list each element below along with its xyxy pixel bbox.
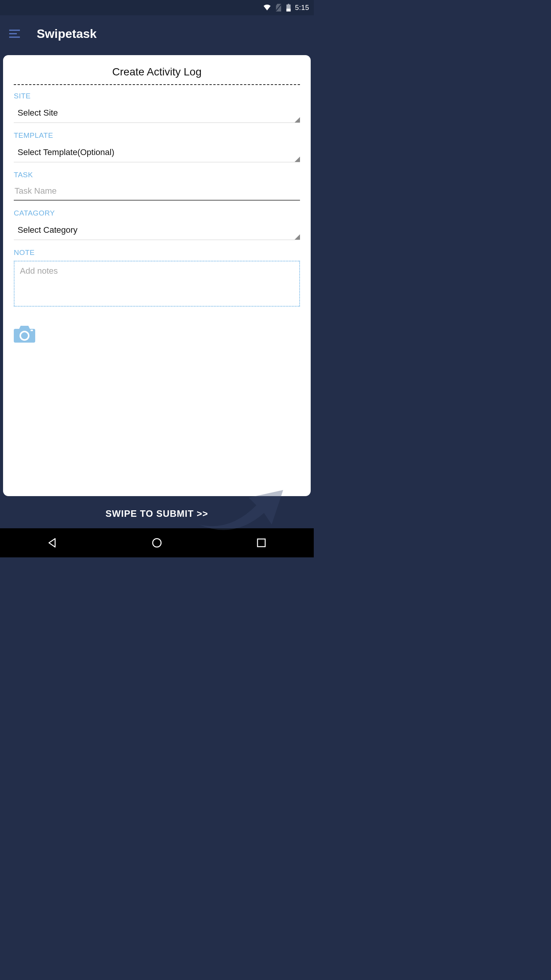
template-select-value: Select Template(Optional) [18, 147, 114, 157]
menu-icon[interactable] [9, 29, 21, 38]
form-card: Create Activity Log SITE Select Site TEM… [3, 55, 311, 496]
site-select-value: Select Site [18, 108, 58, 118]
category-field: CATAGORY Select Category [14, 209, 300, 240]
dropdown-icon [295, 234, 300, 240]
task-input[interactable] [14, 183, 300, 201]
recent-icon[interactable] [256, 537, 267, 549]
wifi-icon [263, 3, 271, 12]
home-icon[interactable] [151, 537, 163, 549]
site-label: SITE [14, 92, 300, 100]
status-bar: 5:15 [0, 0, 314, 15]
template-field: TEMPLATE Select Template(Optional) [14, 131, 300, 162]
task-label: TASK [14, 171, 300, 179]
svg-rect-8 [31, 330, 33, 331]
category-label: CATAGORY [14, 209, 300, 217]
back-icon[interactable] [47, 537, 58, 549]
svg-rect-10 [258, 539, 265, 547]
note-input[interactable] [14, 261, 300, 307]
task-field: TASK [14, 171, 300, 201]
card-title: Create Activity Log [14, 66, 300, 85]
note-label: NOTE [14, 248, 300, 257]
battery-icon [286, 4, 291, 11]
category-select[interactable]: Select Category [14, 221, 300, 240]
status-time: 5:15 [295, 4, 309, 12]
svg-point-9 [153, 539, 161, 547]
camera-icon[interactable] [14, 324, 35, 343]
svg-point-7 [20, 332, 29, 340]
app-header: Swipetask [0, 15, 314, 52]
note-field: NOTE [14, 248, 300, 308]
android-nav-bar [0, 528, 314, 557]
category-select-value: Select Category [18, 225, 78, 235]
swipe-submit-label: SWIPE TO SUBMIT >> [106, 508, 208, 519]
dropdown-icon [295, 157, 300, 162]
template-select[interactable]: Select Template(Optional) [14, 144, 300, 162]
dropdown-icon [295, 117, 300, 122]
swipe-submit[interactable]: SWIPE TO SUBMIT >> [0, 499, 314, 528]
site-field: SITE Select Site [14, 92, 300, 123]
svg-rect-3 [286, 9, 290, 11]
svg-rect-1 [288, 4, 289, 5]
app-title: Swipetask [37, 27, 97, 41]
template-label: TEMPLATE [14, 131, 300, 140]
site-select[interactable]: Select Site [14, 104, 300, 123]
no-sim-icon [275, 4, 282, 11]
